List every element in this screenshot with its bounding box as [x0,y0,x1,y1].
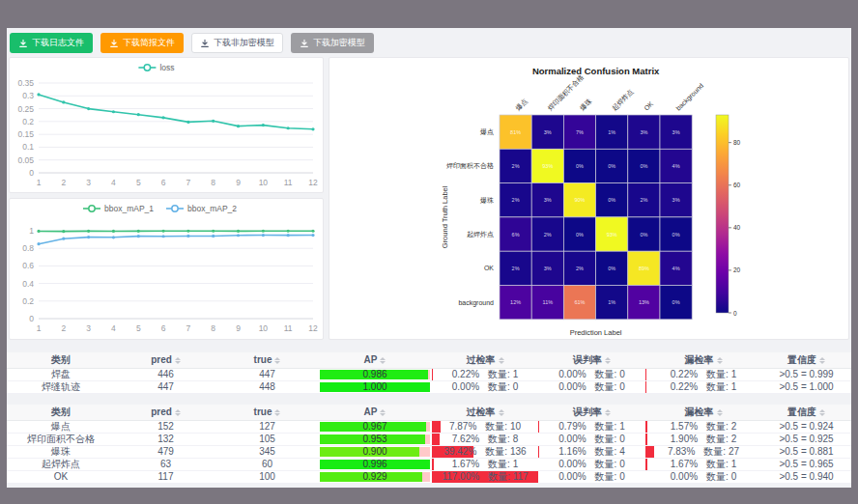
svg-text:8: 8 [211,323,215,333]
col-header-漏检率[interactable]: 漏检率 [645,405,761,420]
sort-carets-icon[interactable] [605,409,611,416]
cell-overkill-rate: 117.00%数量: 117 [432,471,538,483]
sort-carets-icon[interactable] [499,357,504,364]
svg-text:40: 40 [733,224,741,231]
svg-text:13%: 13% [639,299,649,305]
svg-text:0%: 0% [640,232,647,238]
svg-text:background: background [458,299,494,307]
svg-text:bbox_mAP_2: bbox_mAP_2 [187,204,237,213]
col-header-类别: 类别 [7,352,115,368]
sort-carets-icon[interactable] [175,357,181,364]
cell-pred: 63 [115,459,216,470]
sort-carets-icon[interactable] [274,409,280,416]
download-report-button[interactable]: 下载简报文件 [100,33,184,53]
sort-carets-icon[interactable] [499,409,504,416]
svg-text:0: 0 [733,310,737,317]
table-row: 焊缝轨迹4474481.0000.00%数量: 00.00%数量: 00.22%… [7,381,851,394]
col-header-误判率[interactable]: 误判率 [538,352,645,368]
cell-overkill-rate: 1.67%数量: 1 [432,459,538,470]
cell-miss-rate: 7.83%数量: 27 [645,446,761,458]
sort-carets-icon[interactable] [819,409,825,416]
sort-carets-icon[interactable] [605,357,611,364]
svg-text:起焊炸点: 起焊炸点 [611,88,635,112]
svg-text:6: 6 [161,323,166,333]
svg-text:11: 11 [284,323,293,333]
col-header-过检率[interactable]: 过检率 [432,352,538,368]
col-header-置信度[interactable]: 置信度 [761,352,851,368]
sort-carets-icon[interactable] [717,409,723,416]
sort-carets-icon[interactable] [380,357,386,364]
download-log-button[interactable]: 下载日志文件 [10,33,93,53]
loss-chart-card: 00.050.10.150.20.250.30.3512345678910111… [9,57,324,193]
cell-overkill-rate: 0.22%数量: 1 [432,369,538,380]
rate-bar [645,369,646,380]
cell-true: 60 [216,459,318,470]
rate-text: 0.00%数量: 0 [671,471,736,483]
col-header-误判率[interactable]: 误判率 [538,405,645,420]
col-header-pred[interactable]: pred [115,352,216,368]
svg-text:2%: 2% [544,232,552,238]
svg-text:1%: 1% [608,129,615,135]
sort-carets-icon[interactable] [819,357,825,364]
cell-miss-rate: 0.22%数量: 1 [645,369,761,380]
rate-text: 0.22%数量: 1 [671,369,736,380]
svg-text:61%: 61% [574,299,585,305]
sort-carets-icon[interactable] [274,357,280,364]
svg-text:0%: 0% [608,197,615,203]
col-header-pred[interactable]: pred [115,405,216,420]
download-plain-model-button[interactable]: 下载非加密模型 [191,33,283,53]
cell-overkill-rate: 7.87%数量: 10 [432,421,538,433]
svg-text:2: 2 [61,323,66,333]
rate-text: 0.00%数量: 0 [558,459,624,470]
sort-carets-icon[interactable] [717,357,723,364]
rate-text: 0.00%数量: 0 [558,381,624,393]
svg-text:80: 80 [733,139,741,146]
cell-overkill-rate: 39.42%数量: 136 [432,446,538,458]
rate-text: 1.67%数量: 1 [671,459,736,470]
col-header-漏检率[interactable]: 漏检率 [645,352,761,368]
legend-item-bbox_mAP_2[interactable]: bbox_mAP_2 [166,204,237,213]
col-header-AP[interactable]: AP [318,405,432,420]
heatmap-cells: 81%3%7%1%3%3%2%93%0%0%0%4%2%3%90%0%2%3%6… [500,115,692,320]
cell-ap: 0.996 [318,459,432,470]
sort-carets-icon[interactable] [175,409,181,416]
cell-pred: 446 [115,369,216,380]
table-row: OK1171000.929117.00%数量: 1170.00%数量: 00.0… [7,471,851,484]
cell-miss-rate: 1.57%数量: 2 [645,421,761,433]
svg-text:起焊炸点: 起焊炸点 [467,231,494,238]
svg-text:0%: 0% [608,163,615,169]
plot-area: 00.20.40.60.81123456789101112 [22,226,318,333]
rate-bar [645,381,646,393]
table-row: 焊印面积不合格1321050.9537.62%数量: 80.00%数量: 01.… [7,434,851,446]
download-icon [300,39,309,48]
rate-bar [432,421,441,433]
download-icon [109,39,119,48]
legend-item-loss[interactable]: loss [138,63,174,72]
rate-bar [538,446,539,458]
svg-text:20: 20 [733,266,741,273]
col-header-置信度[interactable]: 置信度 [761,405,851,420]
rate-text: 0.00%数量: 0 [558,434,624,445]
svg-text:12%: 12% [510,299,521,305]
svg-text:0: 0 [29,314,34,323]
series-bbox_mAP_1 [37,230,314,234]
download-encrypted-model-button[interactable]: 下载加密模型 [291,33,374,53]
sort-carets-icon[interactable] [380,409,386,416]
svg-text:0%: 0% [608,266,615,271]
svg-text:6: 6 [161,178,166,187]
svg-text:3%: 3% [544,266,552,271]
legend-item-bbox_mAP_1[interactable]: bbox_mAP_1 [83,204,154,213]
svg-text:4%: 4% [672,163,680,169]
svg-text:0.6: 0.6 [22,261,34,270]
dashboard-content: 下载日志文件 下载简报文件 下载非加密模型 下载加密模型 00.050.10.1… [7,28,851,488]
svg-text:0%: 0% [576,232,584,238]
cell-true: 105 [216,434,318,445]
cell-pred: 152 [115,421,216,433]
svg-text:0%: 0% [672,232,680,238]
col-header-过检率[interactable]: 过检率 [432,405,538,420]
col-header-AP[interactable]: AP [318,352,432,368]
map-chart-card: 00.20.40.60.81123456789101112bbox_mAP_1b… [9,198,324,340]
col-header-true[interactable]: true [216,405,318,420]
col-header-true[interactable]: true [216,352,318,368]
rate-text: 7.83%数量: 27 [668,446,739,458]
